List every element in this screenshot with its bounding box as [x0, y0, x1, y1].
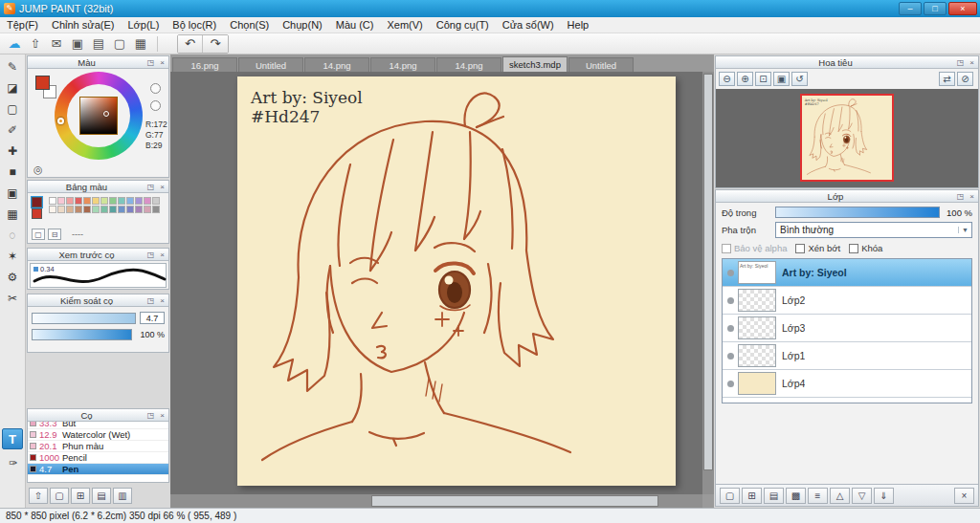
brush-folder-button[interactable]: ▤ [92, 488, 111, 504]
brush-size-value[interactable]: 4.7 [140, 312, 165, 324]
sv-marker[interactable] [103, 111, 109, 117]
layer-folder-button[interactable]: ▤ [764, 488, 784, 504]
menu-item-9[interactable]: Cửa sổ(W) [496, 17, 561, 33]
panel-close-icon[interactable]: × [967, 57, 977, 68]
layer-checkbox-0[interactable]: Bảo vệ alpha [722, 243, 787, 253]
close-button[interactable]: × [948, 2, 977, 15]
menu-item-1[interactable]: Chỉnh sửa(E) [45, 17, 121, 33]
palette-swatch[interactable] [49, 206, 56, 213]
new-brush-button[interactable]: ▢ [50, 488, 69, 504]
blend-mode-select[interactable]: Bình thường ▼ [775, 222, 972, 238]
lasso-tool[interactable]: ◌ [3, 226, 23, 244]
layer-checkbox-2[interactable]: Khóa [849, 243, 882, 253]
palette-swatch[interactable] [144, 197, 151, 205]
new-canvas-button[interactable]: ▢ [110, 35, 129, 53]
palette-swatch[interactable] [144, 206, 151, 213]
layer-visibility-toggle[interactable] [723, 297, 738, 304]
brush-settings-button[interactable]: ▥ [113, 488, 132, 504]
save-button[interactable]: ▣ [68, 35, 87, 53]
palette-current-0[interactable] [32, 197, 42, 207]
lock-view-button[interactable]: ⊘ [957, 72, 973, 86]
menu-item-0[interactable]: Tệp(F) [0, 17, 45, 33]
layer-visibility-toggle[interactable] [723, 381, 738, 387]
palette-swatch[interactable] [75, 206, 82, 213]
curve-pen-tool[interactable]: ✐ [3, 120, 23, 139]
panel-popout-icon[interactable]: ◳ [145, 410, 156, 421]
canvas[interactable] [237, 76, 676, 486]
menu-item-8[interactable]: Công cụ(T) [430, 17, 496, 33]
panel-close-icon[interactable]: × [157, 410, 167, 421]
brush-item-1[interactable]: 12.9Watercolor (Wet) [28, 429, 168, 441]
minimize-button[interactable]: – [899, 2, 922, 15]
comment-button[interactable]: ✉ [47, 35, 66, 53]
maximize-button[interactable]: □ [924, 2, 947, 15]
layer-item-1[interactable]: Lớp2 [723, 287, 971, 315]
zoom-out-button[interactable]: ⊖ [719, 72, 735, 86]
shape-brush-tool[interactable]: ■ [3, 163, 23, 181]
panel-close-icon[interactable]: × [157, 182, 167, 192]
raster-layer-button[interactable]: ▩ [786, 488, 806, 504]
redo-button[interactable]: ↷ [203, 35, 228, 53]
eraser-tool[interactable]: ◪ [3, 78, 23, 97]
upload-brush-button[interactable]: ⇧ [29, 488, 48, 504]
open-button[interactable]: ▤ [89, 35, 108, 53]
layer-settings-button[interactable]: ≡ [808, 488, 828, 504]
panel-popout-icon[interactable]: ◳ [145, 57, 156, 68]
tab-5[interactable]: sketch3.mdp [502, 56, 568, 72]
layer-visibility-toggle[interactable] [723, 325, 738, 332]
move-tool[interactable]: ✚ [3, 142, 23, 160]
palette-swatch[interactable] [75, 197, 82, 205]
eyedropper-button[interactable]: ◎ [33, 163, 43, 176]
layer-item-4[interactable]: Lớp4 [723, 370, 971, 398]
palette-swatch[interactable] [135, 206, 143, 213]
brush-opacity-slider[interactable] [32, 329, 132, 340]
tab-3[interactable]: 14.png [370, 57, 435, 72]
tab-4[interactable]: 14.png [436, 57, 501, 72]
hue-marker[interactable] [57, 118, 64, 124]
fit-view-button[interactable]: ⊡ [755, 72, 771, 86]
flip-view-button[interactable]: ⇄ [939, 72, 955, 86]
palette-swatch[interactable] [83, 206, 91, 213]
palette-current-1[interactable] [32, 208, 42, 219]
menu-item-10[interactable]: Help [561, 17, 596, 33]
actual-size-button[interactable]: ▣ [773, 72, 790, 86]
scissors-tool[interactable]: ✂ [3, 289, 23, 307]
zoom-in-button[interactable]: ⊕ [737, 72, 753, 86]
palette-swatch[interactable] [100, 206, 108, 213]
layer-visibility-toggle[interactable] [723, 353, 738, 360]
foreground-color-swatch[interactable] [35, 76, 50, 90]
palette-swatch[interactable] [118, 197, 125, 205]
new-palette-color-button[interactable]: ▢ [32, 229, 45, 240]
layer-item-2[interactable]: Lớp3 [723, 315, 971, 342]
panel-popout-icon[interactable]: ◳ [145, 295, 156, 306]
material-panel-button[interactable]: ▦ [131, 35, 150, 53]
palette-swatch[interactable] [49, 197, 56, 205]
layer-down-button[interactable]: ▽ [852, 488, 872, 504]
panel-close-icon[interactable]: × [157, 57, 167, 68]
brush-item-0[interactable]: 33.3Bút [28, 422, 168, 429]
panel-close-icon[interactable]: × [157, 295, 167, 306]
bucket-tool[interactable]: ▣ [3, 184, 23, 202]
brush-item-4[interactable]: 4.7Pen [28, 464, 168, 475]
palette-swatch[interactable] [83, 197, 91, 205]
text-tool[interactable]: T [2, 428, 23, 449]
wheel-mode-button[interactable] [150, 83, 161, 94]
brush-item-2[interactable]: 20.1Phun màu [28, 441, 168, 452]
palette-swatch[interactable] [66, 197, 74, 205]
navigator-preview[interactable] [800, 94, 894, 182]
bar-mode-button[interactable] [150, 100, 161, 111]
pen-settings-tool[interactable]: ✑ [4, 454, 22, 471]
horizontal-scrollbar-thumb[interactable] [371, 495, 658, 507]
tab-6[interactable]: Untitled [568, 57, 634, 72]
panel-popout-icon[interactable]: ◳ [955, 191, 966, 202]
palette-swatch[interactable] [152, 206, 160, 213]
delete-layer-button[interactable]: × [954, 488, 974, 504]
panel-close-icon[interactable]: × [157, 250, 167, 260]
saturation-value-square[interactable] [79, 97, 118, 135]
vertical-scrollbar-thumb[interactable] [703, 74, 713, 470]
add-layer-button[interactable]: ⊞ [742, 488, 762, 504]
menu-item-6[interactable]: Màu (C) [329, 17, 381, 33]
menu-item-4[interactable]: Chọn(S) [223, 17, 276, 33]
menu-item-5[interactable]: Chụp(N) [276, 17, 329, 33]
new-layer-button[interactable]: ▢ [720, 488, 740, 504]
